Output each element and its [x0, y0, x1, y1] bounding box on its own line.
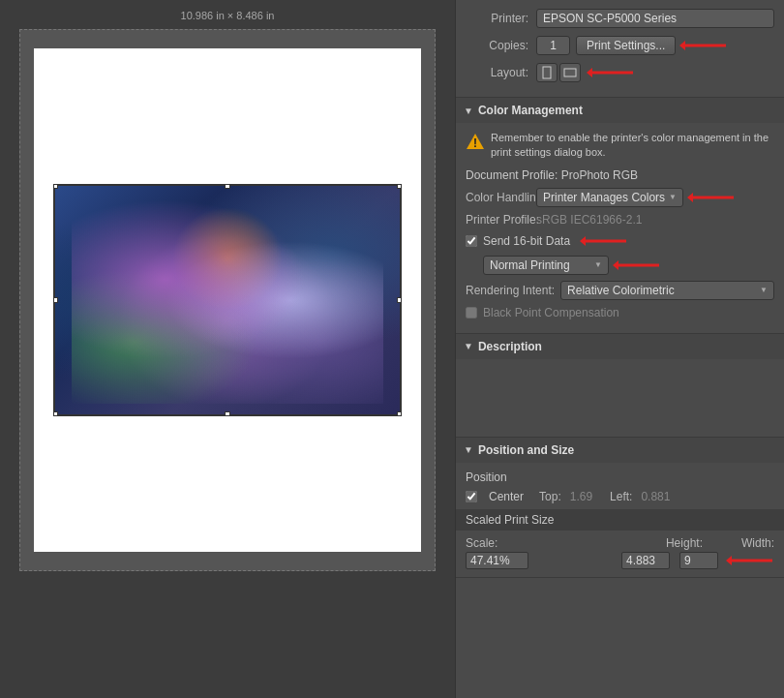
copies-row: Copies: Print Settings... — [466, 35, 774, 56]
position-collapse-icon: ▼ — [464, 444, 473, 455]
color-handling-row: Color Handling: Printer Manages Colors ▼ — [466, 188, 774, 207]
scale-value[interactable]: 47.41% — [466, 552, 528, 569]
layout-label: Layout: — [466, 66, 528, 79]
doc-profile: Document Profile: ProPhoto RGB — [466, 168, 774, 182]
description-collapse-icon: ▼ — [464, 341, 473, 351]
rendering-arrow: ▼ — [760, 286, 768, 294]
width-value[interactable]: 9 — [679, 552, 718, 569]
description-section: ▼ Description — [456, 334, 784, 438]
layout-portrait-button[interactable] — [536, 63, 558, 82]
black-point-row: Black Point Compensation — [466, 306, 774, 319]
scale-col-label: Scale: — [466, 536, 533, 550]
svg-marker-11 — [580, 236, 586, 246]
color-management-body: ! Remember to enable the printer's color… — [456, 123, 784, 333]
top-value: 1.69 — [570, 490, 592, 503]
image-preview — [53, 184, 402, 416]
rendering-intent-label: Rendering Intent: — [466, 284, 555, 297]
copies-input[interactable] — [536, 36, 570, 55]
center-label: Center — [489, 490, 524, 503]
svg-marker-5 — [587, 68, 592, 77]
printer-setup-section: Printer: EPSON SC-P5000 Series Copies: P… — [456, 0, 784, 98]
handle-bottom-left[interactable] — [53, 411, 58, 416]
svg-marker-15 — [726, 556, 732, 565]
print-settings-button[interactable]: Print Settings... — [576, 36, 676, 55]
height-col-label: Height: — [666, 536, 703, 550]
position-size-header[interactable]: ▼ Position and Size — [456, 438, 784, 463]
color-handling-label: Color Handling: — [466, 191, 528, 204]
description-body — [456, 359, 784, 437]
handle-top-mid[interactable] — [225, 184, 230, 189]
dimension-label: 10.986 in × 8.486 in — [181, 10, 275, 21]
red-arrow-print-settings — [679, 37, 728, 54]
position-size-title: Position and Size — [478, 443, 574, 457]
red-arrow-layout — [587, 64, 635, 81]
warning-icon: ! — [466, 132, 485, 151]
red-arrow-normal-printing — [613, 257, 661, 274]
description-title: Description — [478, 340, 542, 353]
left-label: Left: — [610, 490, 632, 503]
send-16bit-label: Send 16-bit Data — [483, 234, 570, 248]
position-size-section: ▼ Position and Size Position Center Top:… — [456, 438, 784, 578]
color-management-header[interactable]: ▼ Color Management — [456, 98, 784, 123]
copies-label: Copies: — [466, 39, 528, 52]
center-checkbox[interactable] — [466, 491, 477, 502]
height-value[interactable]: 4.883 — [621, 552, 670, 569]
handle-top-right[interactable] — [397, 184, 402, 189]
svg-rect-2 — [543, 67, 551, 78]
red-arrow-16bit — [580, 232, 628, 250]
red-arrow-width — [726, 552, 774, 569]
svg-marker-13 — [613, 260, 618, 270]
normal-printing-row: Normal Printing ▼ — [466, 256, 774, 275]
paper-area — [19, 29, 436, 571]
landscape-icon — [563, 68, 577, 77]
paper-white — [34, 48, 421, 552]
svg-rect-3 — [564, 69, 576, 76]
svg-marker-1 — [679, 41, 685, 50]
handle-mid-right[interactable] — [397, 297, 402, 303]
black-point-checkbox — [466, 307, 477, 319]
rendering-intent-row: Rendering Intent: Relative Colorimetric … — [466, 281, 774, 300]
scaled-print-size-header: Scaled Print Size — [456, 509, 784, 531]
selection-handles — [54, 185, 401, 415]
right-panel: Printer: EPSON SC-P5000 Series Copies: P… — [455, 0, 784, 698]
printer-row: Printer: EPSON SC-P5000 Series — [466, 8, 774, 29]
scale-col-headers: Scale: Height: Width: — [466, 536, 774, 550]
printer-profile-value: sRGB IEC61966-2.1 — [536, 213, 642, 227]
printer-profile-label: Printer Profile: — [466, 213, 528, 227]
warning-text: Remember to enable the printer's color m… — [491, 131, 774, 161]
send-16bit-row: Send 16-bit Data — [466, 232, 774, 250]
rendering-intent-value: Relative Colorimetric — [567, 284, 675, 297]
black-point-label: Black Point Compensation — [483, 306, 619, 319]
svg-text:!: ! — [473, 137, 477, 150]
normal-printing-value: Normal Printing — [490, 258, 570, 272]
send-16bit-checkbox[interactable] — [466, 235, 477, 247]
printer-label: Printer: — [466, 12, 528, 25]
color-handling-value: Printer Manages Colors — [543, 191, 665, 204]
collapse-icon: ▼ — [464, 106, 473, 116]
printer-value[interactable]: EPSON SC-P5000 Series — [536, 9, 774, 28]
color-handling-dropdown[interactable]: Printer Manages Colors ▼ — [536, 188, 683, 207]
portrait-icon — [542, 66, 552, 79]
printer-profile-row: Printer Profile: sRGB IEC61966-2.1 — [466, 213, 774, 227]
handle-bottom-mid[interactable] — [225, 411, 230, 416]
dropdown-arrow: ▼ — [669, 193, 677, 201]
preview-panel: 10.986 in × 8.486 in — [0, 0, 455, 698]
normal-printing-dropdown[interactable]: Normal Printing ▼ — [483, 256, 609, 275]
red-arrow-color-handling — [687, 189, 736, 206]
position-row: Center Top: 1.69 Left: 0.881 — [466, 490, 774, 503]
rendering-intent-dropdown[interactable]: Relative Colorimetric ▼ — [560, 281, 774, 300]
printer-setup-body: Printer: EPSON SC-P5000 Series Copies: P… — [456, 0, 784, 97]
position-size-body: Position Center Top: 1.69 Left: 0.881 Sc… — [456, 463, 784, 577]
layout-landscape-button[interactable] — [559, 63, 581, 82]
width-col-label: Width: — [741, 536, 774, 550]
color-management-section: ▼ Color Management ! Remember to enable … — [456, 98, 784, 334]
handle-top-left[interactable] — [53, 184, 58, 189]
left-value: 0.881 — [641, 490, 670, 503]
color-management-title: Color Management — [478, 104, 583, 117]
handle-mid-left[interactable] — [53, 297, 58, 303]
handle-bottom-right[interactable] — [397, 411, 402, 416]
warning-box: ! Remember to enable the printer's color… — [466, 131, 774, 161]
layout-icons — [536, 63, 581, 82]
svg-marker-9 — [687, 193, 693, 202]
description-header[interactable]: ▼ Description — [456, 334, 784, 359]
